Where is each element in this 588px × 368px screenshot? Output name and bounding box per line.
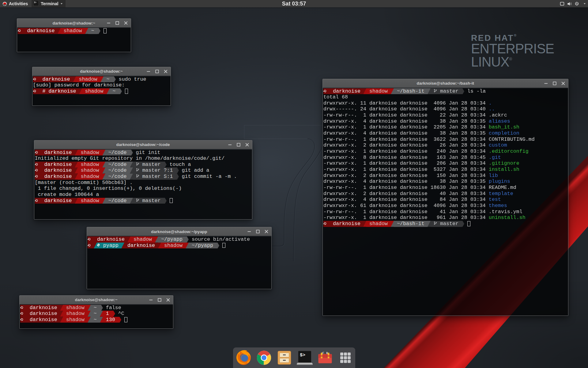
svg-text:$>: $> <box>300 353 305 358</box>
svg-text:$>: $> <box>34 1 36 4</box>
